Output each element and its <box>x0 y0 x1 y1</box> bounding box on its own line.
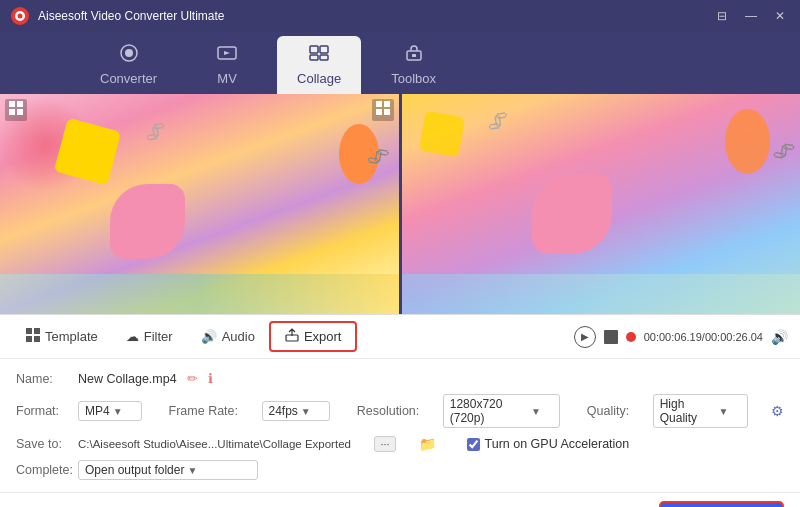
video-area: 🖇 🖇 <box>0 94 800 314</box>
start-export-button[interactable]: Start Export <box>659 501 784 507</box>
video-panel-right: 🖇 🖇 <box>399 94 801 314</box>
audio-icon: 🔊 <box>201 329 217 344</box>
svg-rect-8 <box>310 55 318 60</box>
name-info-icon[interactable]: ℹ <box>208 371 213 386</box>
name-value: New Collage.mp4 <box>78 372 177 386</box>
tab-collage-label: Collage <box>297 71 341 86</box>
toolbar-audio-label: Audio <box>222 329 255 344</box>
video-panel-left: 🖇 🖇 <box>0 94 399 314</box>
settings-complete-row: Complete: Open output folder ▼ <box>16 456 784 484</box>
complete-arrow-icon: ▼ <box>187 465 197 476</box>
record-indicator <box>626 332 636 342</box>
app-title: Aiseesoft Video Converter Ultimate <box>38 9 712 23</box>
window-controls: ⊟ — ✕ <box>712 7 790 25</box>
toolbar-tab-template[interactable]: Template <box>12 323 112 350</box>
svg-rect-11 <box>412 54 416 57</box>
svg-rect-12 <box>9 101 15 107</box>
svg-point-4 <box>125 49 133 57</box>
settings-name-row: Name: New Collage.mp4 ✏ ℹ <box>16 367 784 390</box>
tab-converter[interactable]: Converter <box>80 36 177 94</box>
svg-rect-20 <box>26 328 32 334</box>
gpu-label: Turn on GPU Acceleration <box>485 437 630 451</box>
settings-format-row: Format: MP4 ▼ Frame Rate: 24fps ▼ Resolu… <box>16 390 784 432</box>
toolbar-tab-export[interactable]: Export <box>269 321 358 352</box>
name-label: Name: <box>16 372 68 386</box>
footer-bar: Start Export <box>0 492 800 507</box>
saveto-path: C:\Aiseesoft Studio\Aisee...Ultimate\Col… <box>78 438 351 450</box>
svg-rect-19 <box>384 109 390 115</box>
toolbar-filter-label: Filter <box>144 329 173 344</box>
format-dropdown[interactable]: MP4 ▼ <box>78 401 142 421</box>
quality-label: Quality: <box>587 404 629 418</box>
settings-saveto-row: Save to: C:\Aiseesoft Studio\Aisee...Ult… <box>16 432 784 456</box>
svg-rect-7 <box>320 46 328 53</box>
saveto-label: Save to: <box>16 437 68 451</box>
svg-rect-18 <box>376 109 382 115</box>
svg-rect-13 <box>17 101 23 107</box>
svg-rect-23 <box>34 336 40 342</box>
svg-rect-16 <box>376 101 382 107</box>
resolution-dropdown[interactable]: 1280x720 (720p) ▼ <box>443 394 560 428</box>
svg-rect-9 <box>320 55 328 60</box>
title-bar: Aiseesoft Video Converter Ultimate ⊟ — ✕ <box>0 0 800 32</box>
tab-mv[interactable]: MV <box>187 36 267 94</box>
gpu-checkbox[interactable] <box>467 438 480 451</box>
tab-bar: Converter MV Collage <box>0 32 800 94</box>
toolbar-tab-audio[interactable]: 🔊 Audio <box>187 324 269 349</box>
complete-dropdown[interactable]: Open output folder ▼ <box>78 460 258 480</box>
collage-icon <box>308 44 330 67</box>
tab-mv-label: MV <box>217 71 237 86</box>
stop-button[interactable] <box>604 330 618 344</box>
svg-rect-6 <box>310 46 318 53</box>
svg-rect-22 <box>26 336 32 342</box>
quality-arrow-icon: ▼ <box>719 406 729 417</box>
resolution-label: Resolution: <box>357 404 420 418</box>
converter-icon <box>118 44 140 67</box>
svg-rect-14 <box>9 109 15 115</box>
tab-toolbox[interactable]: Toolbox <box>371 36 456 94</box>
svg-rect-17 <box>384 101 390 107</box>
gpu-checkbox-label[interactable]: Turn on GPU Acceleration <box>467 437 630 451</box>
framerate-label: Frame Rate: <box>169 404 238 418</box>
export-icon <box>285 328 299 345</box>
time-display: 00:00:06.19/00:00:26.04 <box>644 331 763 343</box>
template-icon <box>26 328 40 345</box>
close-button[interactable]: ✕ <box>770 7 790 25</box>
filter-icon: ☁ <box>126 329 139 344</box>
format-arrow-icon: ▼ <box>113 406 123 417</box>
main-content: 🖇 🖇 <box>0 94 800 507</box>
bottom-toolbar: Template ☁ Filter 🔊 Audio Export ▶ <box>0 314 800 358</box>
play-button[interactable]: ▶ <box>574 326 596 348</box>
complete-label: Complete: <box>16 463 68 477</box>
svg-point-2 <box>18 14 23 19</box>
mv-icon <box>216 44 238 67</box>
framerate-arrow-icon: ▼ <box>301 406 311 417</box>
quality-gear-icon[interactable]: ⚙ <box>771 403 784 419</box>
format-label: Format: <box>16 404 68 418</box>
app-logo <box>10 6 30 26</box>
framerate-dropdown[interactable]: 24fps ▼ <box>262 401 330 421</box>
toolbox-icon <box>403 44 425 67</box>
svg-rect-15 <box>17 109 23 115</box>
tab-collage[interactable]: Collage <box>277 36 361 94</box>
toolbar-export-label: Export <box>304 329 342 344</box>
tab-toolbox-label: Toolbox <box>391 71 436 86</box>
resolution-arrow-icon: ▼ <box>531 406 541 417</box>
playback-controls: ▶ 00:00:06.19/00:00:26.04 🔊 <box>574 326 788 348</box>
name-edit-icon[interactable]: ✏ <box>187 371 198 386</box>
quality-dropdown[interactable]: High Quality ▼ <box>653 394 748 428</box>
settings-panel: Name: New Collage.mp4 ✏ ℹ Format: MP4 ▼ … <box>0 358 800 492</box>
toolbar-template-label: Template <box>45 329 98 344</box>
saveto-more-button[interactable]: ··· <box>374 436 395 452</box>
toolbar-tab-filter[interactable]: ☁ Filter <box>112 324 187 349</box>
tab-converter-label: Converter <box>100 71 157 86</box>
volume-icon[interactable]: 🔊 <box>771 329 788 345</box>
restore-button[interactable]: — <box>740 7 762 25</box>
svg-rect-21 <box>34 328 40 334</box>
folder-icon[interactable]: 📁 <box>419 436 436 452</box>
minimize-button[interactable]: ⊟ <box>712 7 732 25</box>
